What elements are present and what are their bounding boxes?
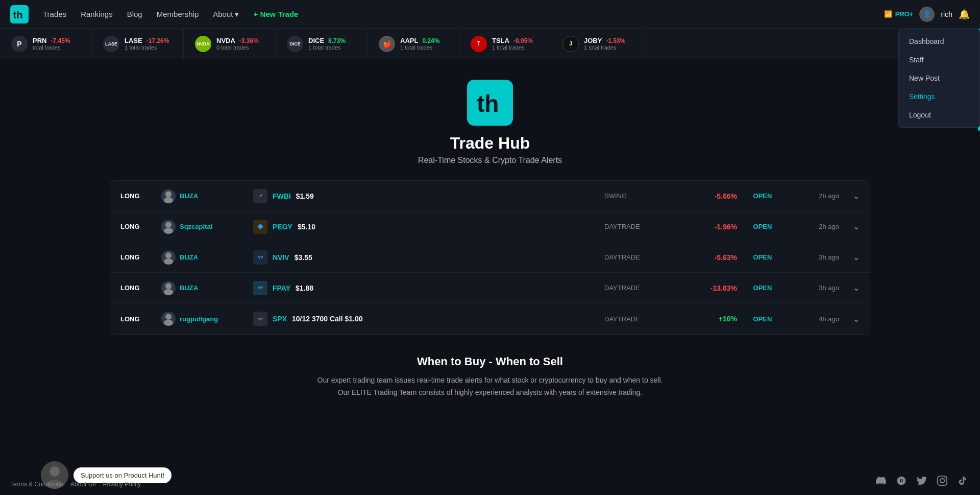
navbar: th Trades Rankings Blog Membership About…: [0, 0, 980, 29]
trade-user[interactable]: BUZA: [161, 189, 253, 203]
ticker-trades-dice: 1 total trades: [308, 44, 346, 51]
ticker-trades-tsla: 1 total trades: [492, 44, 533, 51]
nav-links: Trades Rankings Blog Membership About ▾ …: [43, 10, 884, 19]
ticker-symbol-dice: DICE: [308, 37, 324, 44]
tiktok-icon[interactable]: [955, 474, 970, 488]
ticker-symbol-aapl: AAPL: [400, 37, 418, 44]
dropdown-settings[interactable]: Settings: [899, 87, 979, 106]
svg-point-11: [164, 320, 173, 326]
nav-trades[interactable]: Trades: [43, 10, 66, 18]
dropdown-new-post[interactable]: New Post: [899, 69, 979, 87]
twitter-icon[interactable]: [915, 474, 929, 488]
lase-icon: LASE: [103, 36, 119, 52]
trade-type: LONG: [120, 223, 161, 230]
ticker-tsla[interactable]: T TSLA -0.05% 1 total trades: [459, 29, 551, 59]
nav-rankings[interactable]: Rankings: [81, 10, 113, 18]
trade-status: OPEN: [737, 315, 788, 323]
stocktwits-icon[interactable]: [894, 474, 909, 488]
trade-strategy: DAYTRADE: [604, 284, 676, 292]
trade-pct: +10%: [676, 315, 737, 323]
ticker-pct-aapl: 0.24%: [422, 37, 439, 44]
trade-status: OPEN: [737, 192, 788, 200]
trade-time: 3h ago: [788, 253, 839, 261]
spx-logo: SP: [253, 312, 267, 326]
prn-icon: P: [11, 36, 28, 52]
notification-bell-icon[interactable]: 🔔: [959, 9, 970, 20]
ticker-nvda[interactable]: NVDA NVDA -3.36% 0 total trades: [184, 29, 276, 59]
dice-icon: DICE: [287, 36, 303, 52]
trade-asset: SP SPX 10/12 3700 Call $1.00: [253, 312, 604, 326]
svg-point-13: [50, 466, 60, 477]
dropdown-staff[interactable]: Staff: [899, 51, 979, 69]
svg-point-7: [164, 258, 173, 265]
ticker-dice[interactable]: DICE DICE 8.73% 1 total trades: [276, 29, 368, 59]
ticker-aapl[interactable]: 🍎 AAPL 0.24% 1 total trades: [368, 29, 459, 59]
dropdown-logout[interactable]: Logout: [899, 106, 979, 124]
trade-user[interactable]: BUZA: [161, 281, 253, 295]
table-row[interactable]: LONG BUZA NV NVIV $3.55 DAYTRADE -5.63% …: [110, 242, 870, 273]
new-trade-button[interactable]: + New Trade: [253, 10, 298, 18]
user-avatar-buza: [161, 189, 176, 203]
table-row[interactable]: LONG Sqzcapital 🔷 PEGY $5.10 DAYTRADE -1…: [110, 211, 870, 242]
expand-chevron-icon[interactable]: ⌄: [839, 191, 860, 201]
trade-user[interactable]: Sqzcapital: [161, 220, 253, 234]
expand-chevron-icon[interactable]: ⌄: [839, 222, 860, 231]
nav-membership[interactable]: Membership: [157, 10, 199, 18]
footer-terms[interactable]: Terms & Conditions: [10, 481, 63, 488]
footer-privacy[interactable]: Privacy Policy: [103, 481, 141, 488]
trade-asset: 🔷 PEGY $5.10: [253, 220, 604, 234]
trade-user[interactable]: rugpullgang: [161, 312, 253, 326]
trade-time: 4h ago: [788, 315, 839, 323]
trade-status: OPEN: [737, 223, 788, 230]
svg-point-6: [165, 252, 172, 258]
trade-strategy: DAYTRADE: [604, 223, 676, 230]
footer-about-us[interactable]: About Us: [70, 481, 95, 488]
trade-pct: -5.66%: [676, 192, 737, 200]
svg-point-9: [164, 289, 173, 295]
username[interactable]: rich: [941, 10, 952, 18]
trade-status: OPEN: [737, 253, 788, 261]
ticker-symbol-nvda: NVDA: [216, 37, 235, 44]
dropdown-dashboard[interactable]: Dashboard: [899, 32, 979, 51]
user-avatar-buza2: [161, 250, 176, 265]
trade-strategy: DAYTRADE: [604, 315, 676, 323]
table-row[interactable]: LONG BUZA ↗ FWBI $1.59 SWING -5.66% OPEN…: [110, 181, 870, 211]
section-desc2: Our ELITE Trading Team consists of highl…: [317, 387, 663, 399]
ticker-symbol-tsla: TSLA: [492, 37, 509, 44]
instagram-icon[interactable]: [935, 474, 949, 488]
social-icons: [874, 474, 970, 488]
expand-chevron-icon[interactable]: ⌄: [839, 283, 860, 293]
pro-badge: 📶 PRO+: [884, 10, 914, 18]
about-dropdown: Dashboard Staff New Post Settings Logout: [898, 29, 980, 128]
nav-blog[interactable]: Blog: [127, 10, 142, 18]
trade-type: LONG: [120, 192, 161, 200]
discord-icon[interactable]: [874, 474, 888, 488]
trade-status: OPEN: [737, 284, 788, 292]
logo[interactable]: th: [10, 5, 29, 23]
ticker-pct-lase: -17.26%: [146, 37, 169, 44]
nav-right: 📶 PRO+ 👤 rich 🔔: [884, 7, 970, 22]
expand-chevron-icon[interactable]: ⌄: [839, 314, 860, 324]
trade-type: LONG: [120, 253, 161, 261]
chevron-down-icon: ▾: [235, 10, 239, 19]
trade-time: 2h ago: [788, 223, 839, 230]
trade-user[interactable]: BUZA: [161, 250, 253, 265]
ticker-prn[interactable]: P PRN -7.45% total trades: [0, 29, 92, 59]
ticker-symbol-joby: JOBY: [584, 37, 602, 44]
table-row[interactable]: LONG rugpullgang SP SPX 10/12 3700 Call …: [110, 303, 870, 334]
trade-time: 3h ago: [788, 284, 839, 292]
avatar[interactable]: 👤: [919, 7, 935, 22]
hero-logo: th: [467, 80, 513, 126]
svg-point-2: [165, 191, 172, 197]
trade-strategy: SWING: [604, 192, 676, 200]
svg-point-5: [164, 228, 173, 234]
hero-subtitle: Real-Time Stocks & Crypto Trade Alerts: [418, 156, 562, 165]
ticker-joby[interactable]: J JOBY -1.53% 1 total trades: [551, 29, 643, 59]
nav-about[interactable]: About ▾: [213, 10, 239, 19]
ticker-lase[interactable]: LASE LASE -17.26% 1 total trades: [92, 29, 184, 59]
ticker-symbol-lase: LASE: [125, 37, 142, 44]
buy-sell-section: When to Buy - When to Sell Our expert tr…: [317, 355, 663, 399]
section-desc1: Our expert trading team issues real-time…: [317, 374, 663, 387]
expand-chevron-icon[interactable]: ⌄: [839, 252, 860, 262]
table-row[interactable]: LONG BUZA FP FPAY $1.88 DAYTRADE -13.83%…: [110, 273, 870, 303]
